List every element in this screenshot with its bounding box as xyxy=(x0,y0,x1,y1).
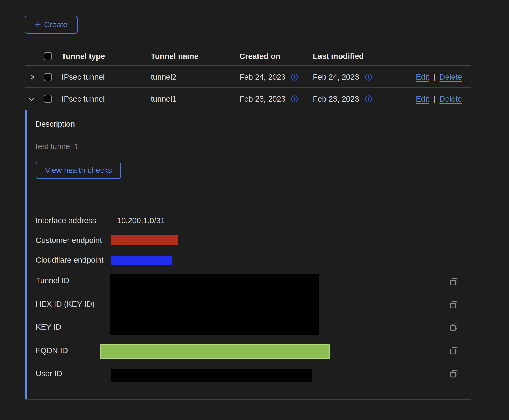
description-label: Description xyxy=(36,119,75,129)
edit-link[interactable]: Edit xyxy=(416,73,429,82)
create-button[interactable]: + Create xyxy=(25,16,78,34)
field-label-cloudflare-endpoint: Cloudflare endpoint xyxy=(36,255,104,265)
copy-icon-user-id[interactable] xyxy=(450,369,458,378)
copy-icon-hex-id[interactable] xyxy=(450,300,458,309)
created-on-cell: Feb 23, 2023 xyxy=(239,94,286,104)
column-header-last-modified: Last modified xyxy=(313,52,364,61)
field-label-customer-endpoint: Customer endpoint xyxy=(36,236,102,245)
header-divider xyxy=(25,65,471,66)
info-icon[interactable] xyxy=(365,73,372,81)
field-label-user-id: User ID xyxy=(36,369,62,378)
column-header-tunnel-type: Tunnel type xyxy=(62,52,105,61)
info-icon[interactable] xyxy=(291,95,298,103)
panel-divider xyxy=(36,196,461,196)
description-value: test tunnel 1 xyxy=(36,142,78,151)
tunnel-type-cell: IPsec tunnel xyxy=(62,72,105,82)
row-checkbox[interactable] xyxy=(44,73,52,81)
info-icon[interactable] xyxy=(291,73,298,81)
delete-link[interactable]: Delete xyxy=(440,73,462,82)
created-on-cell: Feb 24, 2023 xyxy=(239,72,286,82)
copy-icon-fqdn-id[interactable] xyxy=(450,346,458,355)
column-header-tunnel-name: Tunnel name xyxy=(151,52,199,61)
plus-icon: + xyxy=(35,19,41,29)
last-modified-cell: Feb 23, 2023 xyxy=(313,94,359,104)
copy-icon-tunnel-id[interactable] xyxy=(450,277,458,286)
tunnel-name-cell: tunnel2 xyxy=(151,72,176,82)
action-separator: | xyxy=(433,73,436,82)
redaction-block-user-id xyxy=(111,369,312,382)
last-modified-cell: Feb 24, 2023 xyxy=(313,72,359,82)
redaction-block-customer-endpoint xyxy=(111,235,178,245)
tunnel-name-cell: tunnel1 xyxy=(151,94,176,104)
chevron-down-icon[interactable] xyxy=(28,96,35,103)
ipsec-tunnels-page: + Create Tunnel type Tunnel name Created… xyxy=(0,0,509,420)
field-label-interface-address: Interface address xyxy=(36,216,96,225)
edit-link[interactable]: Edit xyxy=(416,95,429,104)
view-health-checks-label: View health checks xyxy=(45,166,112,175)
delete-link[interactable]: Delete xyxy=(440,95,462,104)
field-label-hex-id: HEX ID (KEY ID) xyxy=(36,299,95,309)
view-health-checks-button[interactable]: View health checks xyxy=(36,162,121,179)
action-separator: | xyxy=(433,95,436,104)
redaction-block-cloudflare-endpoint xyxy=(111,256,172,265)
select-all-checkbox[interactable] xyxy=(44,52,52,60)
field-label-tunnel-id: Tunnel ID xyxy=(36,276,69,285)
create-button-label: Create xyxy=(44,20,68,29)
tunnel-type-cell: IPsec tunnel xyxy=(62,94,105,104)
row-divider xyxy=(25,87,471,88)
row-checkbox[interactable] xyxy=(44,95,52,103)
redaction-block-fqdn-id xyxy=(100,344,330,359)
column-header-created-on: Created on xyxy=(239,52,280,61)
field-value-interface-address: 10.200.1.0/31 xyxy=(117,216,165,225)
info-icon[interactable] xyxy=(365,95,372,103)
expanded-row-accent-border xyxy=(25,110,27,399)
chevron-right-icon[interactable] xyxy=(29,74,36,81)
row-divider xyxy=(25,399,471,400)
field-label-fqdn-id: FQDN ID xyxy=(36,346,68,355)
field-label-key-id: KEY ID xyxy=(36,322,61,332)
copy-icon-key-id[interactable] xyxy=(450,323,458,331)
redaction-block-ids xyxy=(110,274,319,335)
